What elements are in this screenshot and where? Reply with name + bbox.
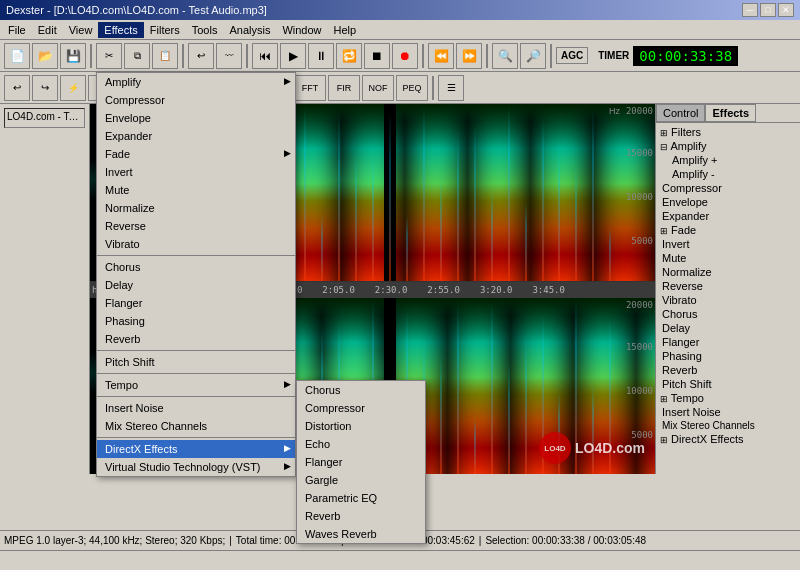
menu-normalize[interactable]: Normalize — [97, 199, 295, 217]
menu-pitch-shift[interactable]: Pitch Shift — [97, 353, 295, 371]
menu-file[interactable]: File — [2, 22, 32, 38]
menu-phasing[interactable]: Phasing — [97, 312, 295, 330]
undo-button[interactable]: ↩ — [188, 43, 214, 69]
menu-view[interactable]: View — [63, 22, 99, 38]
menu-invert[interactable]: Invert — [97, 163, 295, 181]
tree-reverse[interactable]: Reverse — [658, 279, 798, 293]
watermark: LO4D LO4D.com — [539, 432, 645, 464]
tree-expander[interactable]: Expander — [658, 209, 798, 223]
menu-vibrato[interactable]: Vibrato — [97, 235, 295, 253]
zoom-in-button[interactable]: 🔍 — [492, 43, 518, 69]
window-title: Dexster - [D:\LO4D.com\LO4D.com - Test A… — [6, 4, 267, 16]
menu-expander[interactable]: Expander — [97, 127, 295, 145]
tree-delay[interactable]: Delay — [658, 321, 798, 335]
menu-tempo[interactable]: Tempo — [97, 376, 295, 394]
play-button[interactable]: ▶ — [280, 43, 306, 69]
menu-window[interactable]: Window — [276, 22, 327, 38]
record-button[interactable]: ⏺ — [392, 43, 418, 69]
menu-mix-stereo[interactable]: Mix Stereo Channels — [97, 417, 295, 435]
stop-button[interactable]: ⏹ — [364, 43, 390, 69]
menu-filters[interactable]: Filters — [144, 22, 186, 38]
skip-fwd-button[interactable]: ⏩ — [456, 43, 482, 69]
close-button[interactable]: ✕ — [778, 3, 794, 17]
tree-normalize[interactable]: Normalize — [658, 265, 798, 279]
save-button[interactable]: 💾 — [60, 43, 86, 69]
tree-insert-noise[interactable]: Insert Noise — [658, 405, 798, 419]
tab-control[interactable]: Control — [656, 104, 705, 122]
pause-button[interactable]: ⏸ — [308, 43, 334, 69]
tree-filters[interactable]: ⊞ Filters — [658, 125, 798, 139]
tab-effects[interactable]: Effects — [705, 104, 756, 122]
menu-reverse[interactable]: Reverse — [97, 217, 295, 235]
tree-directx[interactable]: ⊞ DirectX Effects — [658, 432, 798, 446]
logo-text: LO4D.com — [575, 440, 645, 456]
maximize-button[interactable]: □ — [760, 3, 776, 17]
tree-amplify-minus[interactable]: Amplify - — [658, 167, 798, 181]
menu-tools[interactable]: Tools — [186, 22, 224, 38]
loop-button[interactable]: 🔁 — [336, 43, 362, 69]
menu-amplify[interactable]: Amplify — [97, 73, 295, 91]
tree-compressor[interactable]: Compressor — [658, 181, 798, 195]
tree-vibrato[interactable]: Vibrato — [658, 293, 798, 307]
menu-insert-noise[interactable]: Insert Noise — [97, 399, 295, 417]
tree-mix-stereo[interactable]: Mix Stereo Channels — [658, 419, 798, 432]
directx-chorus[interactable]: Chorus — [297, 381, 425, 399]
peq-button[interactable]: PEQ — [396, 75, 428, 101]
waveform-button[interactable]: 〰 — [216, 43, 242, 69]
open-button[interactable]: 📂 — [32, 43, 58, 69]
agc-button[interactable]: AGC — [556, 47, 588, 64]
tree-phasing[interactable]: Phasing — [658, 349, 798, 363]
tree-fade[interactable]: ⊞ Fade — [658, 223, 798, 237]
new-button[interactable]: 📄 — [4, 43, 30, 69]
directx-gargle[interactable]: Gargle — [297, 471, 425, 489]
copy-button[interactable]: ⧉ — [124, 43, 150, 69]
menu-analysis[interactable]: Analysis — [223, 22, 276, 38]
tree-reverb[interactable]: Reverb — [658, 363, 798, 377]
menu-reverb[interactable]: Reverb — [97, 330, 295, 348]
directx-parametric-eq[interactable]: Parametric EQ — [297, 489, 425, 507]
tree-envelope[interactable]: Envelope — [658, 195, 798, 209]
menu-chorus-1[interactable]: Chorus — [97, 258, 295, 276]
menu-flanger[interactable]: Flanger — [97, 294, 295, 312]
menu-help[interactable]: Help — [328, 22, 363, 38]
skip-back-button[interactable]: ⏪ — [428, 43, 454, 69]
zoom-out-button[interactable]: 🔎 — [520, 43, 546, 69]
directx-distortion[interactable]: Distortion — [297, 417, 425, 435]
eq-button[interactable]: ⚡ — [60, 75, 86, 101]
directx-reverb[interactable]: Reverb — [297, 507, 425, 525]
tree-flanger[interactable]: Flanger — [658, 335, 798, 349]
menu-effects[interactable]: Effects — [98, 22, 143, 38]
menu-edit[interactable]: Edit — [32, 22, 63, 38]
menu-delay[interactable]: Delay — [97, 276, 295, 294]
tree-tempo[interactable]: ⊞ Tempo — [658, 391, 798, 405]
undo2-button[interactable]: ↩ — [4, 75, 30, 101]
directx-flanger[interactable]: Flanger — [297, 453, 425, 471]
paste-button[interactable]: 📋 — [152, 43, 178, 69]
timer-label: TIMER — [598, 50, 629, 61]
separator3 — [246, 44, 248, 68]
tree-amplify[interactable]: ⊟ Amplify — [658, 139, 798, 153]
directx-echo[interactable]: Echo — [297, 435, 425, 453]
directx-waves-reverb[interactable]: Waves Reverb — [297, 525, 425, 543]
tree-chorus[interactable]: Chorus — [658, 307, 798, 321]
redo-button[interactable]: ↪ — [32, 75, 58, 101]
tree-amplify-plus[interactable]: Amplify + — [658, 153, 798, 167]
tree-pitch-shift[interactable]: Pitch Shift — [658, 377, 798, 391]
settings-button[interactable]: ☰ — [438, 75, 464, 101]
directx-compressor[interactable]: Compressor — [297, 399, 425, 417]
cut-button[interactable]: ✂ — [96, 43, 122, 69]
menu-directx[interactable]: DirectX Effects — [97, 440, 295, 458]
nof-button[interactable]: NOF — [362, 75, 394, 101]
rewind-button[interactable]: ⏮ — [252, 43, 278, 69]
menu-compressor[interactable]: Compressor — [97, 91, 295, 109]
fft-button[interactable]: FFT — [294, 75, 326, 101]
minimize-button[interactable]: ─ — [742, 3, 758, 17]
menu-fade[interactable]: Fade — [97, 145, 295, 163]
menu-mute[interactable]: Mute — [97, 181, 295, 199]
tree-invert[interactable]: Invert — [658, 237, 798, 251]
fir-button[interactable]: FIR — [328, 75, 360, 101]
right-panel: Control Effects ⊞ Filters ⊟ Amplify Ampl… — [655, 104, 800, 474]
menu-vst[interactable]: Virtual Studio Technology (VST) — [97, 458, 295, 476]
tree-mute[interactable]: Mute — [658, 251, 798, 265]
menu-envelope[interactable]: Envelope — [97, 109, 295, 127]
